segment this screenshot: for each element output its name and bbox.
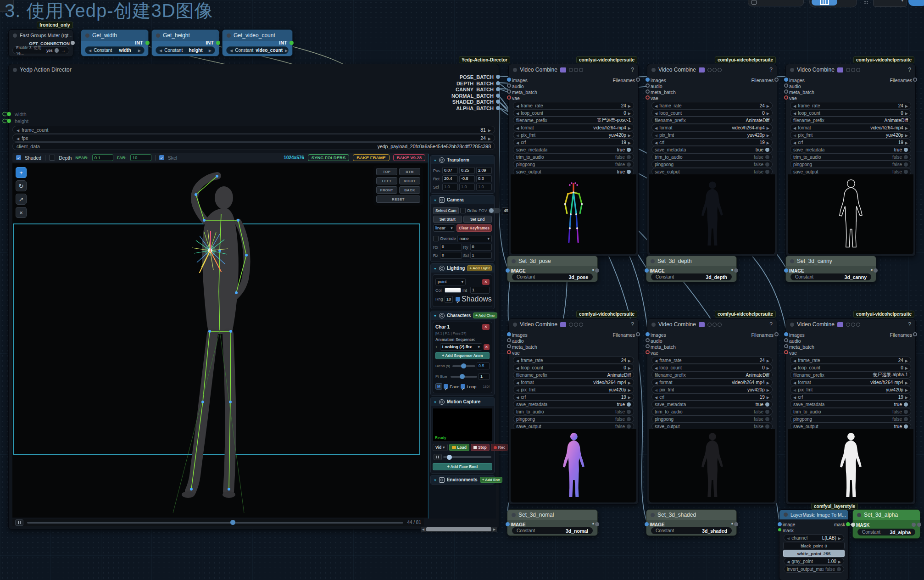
left-arrow-icon[interactable] — [17, 127, 19, 133]
stop-button[interactable]: Stop — [471, 444, 490, 451]
toggle-knob[interactable] — [55, 48, 59, 53]
output-dot[interactable] — [734, 268, 738, 273]
output-dot[interactable] — [595, 522, 599, 526]
view-top-button[interactable]: TOP — [376, 168, 397, 175]
output-dot[interactable] — [734, 522, 738, 526]
frame-rate-widget[interactable]: frame_rate24 — [790, 357, 911, 364]
output-dot-depth[interactable] — [496, 81, 500, 85]
filename-prefix-widget[interactable]: filename_prefix丧尸远景-pose-1 — [513, 117, 634, 124]
save-metadata-toggle[interactable]: save_metadatatrue — [651, 401, 773, 408]
shaded-checkbox[interactable] — [16, 155, 21, 160]
input-dot-image[interactable] — [506, 522, 510, 526]
save-metadata-toggle[interactable]: save_metadatatrue — [651, 146, 773, 153]
collapse-dot[interactable] — [651, 323, 656, 327]
delete-char-button[interactable] — [482, 324, 490, 330]
video-combine-node-canny[interactable]: Video Combine? imagesFilenames audio met… — [785, 64, 916, 257]
constant-widget[interactable]: Constant3d_shaded — [651, 527, 732, 534]
layermask-image-to-mask-node[interactable]: LayerMask: Image To M... imagemask mask … — [779, 509, 849, 580]
far-input[interactable]: 10 — [130, 154, 151, 161]
depth-checkbox[interactable] — [49, 155, 55, 161]
constant-widget[interactable]: Constant3d_nomal — [512, 527, 593, 534]
scroll-thumb[interactable] — [426, 527, 491, 531]
constant-widget[interactable]: Constantwidth — [85, 46, 145, 54]
comfyui-canvas[interactable]: 3. 使用Yedp-创建3D图像 frontend_only Yedp-Acti… — [0, 0, 924, 580]
left-arrow-icon[interactable] — [230, 48, 233, 53]
video-combine-node-shaded[interactable]: Video Combine? imagesFilenames audio met… — [647, 318, 777, 505]
input-dot-meta-batch[interactable] — [784, 344, 788, 348]
fps-widget[interactable]: fps24 — [12, 134, 495, 142]
output-dot-alpha[interactable] — [496, 106, 500, 110]
constant-widget[interactable]: Constantvideo_count — [226, 46, 289, 54]
format-widget[interactable]: formatvideo/h264-mp4 — [790, 124, 911, 131]
collapse-dot[interactable] — [227, 33, 231, 38]
scl-y-input[interactable]: 1.0 — [459, 184, 475, 190]
rot-y-input[interactable]: -0.8 — [459, 175, 475, 182]
right-arrow-icon[interactable] — [209, 48, 212, 53]
filename-prefix-widget[interactable]: filename_prefixAnimateDiff — [651, 117, 773, 124]
trim-to-audio-toggle[interactable]: trim_to_audiofalse — [790, 153, 911, 161]
fast-groups-muter-node[interactable]: Fast Groups Muter (rgt... OPT_CONNECTION… — [8, 29, 73, 57]
input-dot-vae[interactable] — [507, 350, 511, 354]
collapse-dot[interactable] — [651, 259, 655, 263]
video-preview-normal[interactable] — [511, 429, 636, 502]
pix-fmt-widget[interactable]: pix_fmtyuv420p — [513, 131, 634, 139]
input-dot-width[interactable] — [7, 112, 11, 116]
drag-handle-icon[interactable] — [864, 1, 868, 4]
ry-input[interactable]: 0 — [470, 244, 492, 251]
pingpong-toggle[interactable]: pingpongfalse — [790, 161, 911, 168]
get-width-node[interactable]: Get_width INT Constantwidth — [81, 29, 149, 56]
rz-input[interactable]: 0 — [440, 252, 462, 259]
shadows-checkbox[interactable] — [456, 297, 460, 301]
clear-keyframes-button[interactable]: Clear Keyframes — [456, 224, 492, 232]
loop-count-widget[interactable]: loop_count0 — [651, 364, 773, 371]
output-dot[interactable] — [874, 268, 878, 273]
output-dot-filenames[interactable] — [913, 78, 917, 82]
output-dot-pose[interactable] — [496, 75, 500, 79]
video-preview-canny[interactable] — [788, 174, 913, 254]
anim-file-dropdown[interactable]: Looking (2).fbx — [440, 343, 482, 351]
input-dot-image[interactable] — [645, 268, 649, 273]
right-arrow-icon[interactable] — [488, 127, 491, 133]
add-env-button[interactable]: + Add Env — [480, 477, 502, 483]
left-arrow-icon[interactable] — [159, 48, 162, 53]
output-dot-2[interactable] — [912, 523, 916, 527]
video-preview-depth[interactable] — [649, 174, 775, 254]
constant-widget[interactable]: Constant3d_alpha — [857, 529, 915, 535]
trim-to-audio-toggle[interactable]: trim_to_audiofalse — [513, 153, 634, 161]
input-dot-meta-batch[interactable] — [646, 344, 650, 348]
blend-slider[interactable] — [452, 365, 475, 367]
set-3d-nomal-node[interactable]: Set_3d_nomal IMAGE Constant3d_nomal — [507, 509, 598, 536]
rot-z-input[interactable]: 0.3 — [476, 175, 492, 182]
crf-widget[interactable]: crf19 — [513, 139, 634, 146]
mocap-pause-button[interactable] — [434, 454, 442, 460]
pix-fmt-widget[interactable]: pix_fmtyuv420p — [513, 386, 634, 393]
save-metadata-toggle[interactable]: save_metadatatrue — [790, 401, 911, 408]
collapse-icon[interactable] — [434, 157, 437, 162]
add-light-button[interactable]: + Add Light — [467, 265, 492, 271]
save-metadata-toggle[interactable]: save_metadatatrue — [513, 146, 634, 153]
set-3d-pose-node[interactable]: Set_3d_pose IMAGE Constant3d_pose — [507, 256, 598, 282]
format-widget[interactable]: formatvideo/h264-mp4 — [513, 124, 634, 131]
filename-prefix-widget[interactable]: filename_prefix丧尸远景-alpha-1 — [790, 371, 911, 379]
crf-widget[interactable]: crf19 — [513, 393, 634, 401]
rot-x-input[interactable]: 20.4 — [442, 175, 458, 182]
input-dot-audio[interactable] — [784, 338, 788, 342]
input-dot-vae[interactable] — [646, 350, 650, 354]
collapse-dot[interactable] — [651, 68, 656, 72]
set-end-button[interactable]: Set End — [463, 216, 492, 223]
crf-widget[interactable]: crf19 — [651, 139, 773, 146]
close-tool-icon[interactable]: × — [16, 207, 27, 218]
filename-prefix-widget[interactable]: filename_prefixAnimateDiff — [651, 371, 773, 379]
video-combine-node-depth[interactable]: Video Combine? imagesFilenames audio met… — [647, 64, 777, 257]
output-dot-filenames[interactable] — [636, 78, 640, 82]
collapse-icon[interactable] — [434, 399, 437, 404]
set-3d-depth-node[interactable]: Set_3d_depth IMAGE Constant3d_depth — [646, 256, 737, 282]
run-button[interactable] — [908, 0, 924, 6]
add-sequence-anim-button[interactable]: + Add Sequence Anim — [435, 352, 490, 359]
input-dot-audio[interactable] — [646, 338, 650, 342]
view-left-button[interactable]: LEFT — [376, 177, 397, 184]
help-icon[interactable]: ? — [631, 67, 634, 73]
set-3d-canny-node[interactable]: Set_3d_canny IMAGE Constant3d_canny — [785, 256, 876, 282]
pos-z-input[interactable]: 2.09 — [476, 167, 492, 174]
enable-toggle[interactable]: Enable 3. 使用Ye... yes → — [12, 46, 69, 54]
